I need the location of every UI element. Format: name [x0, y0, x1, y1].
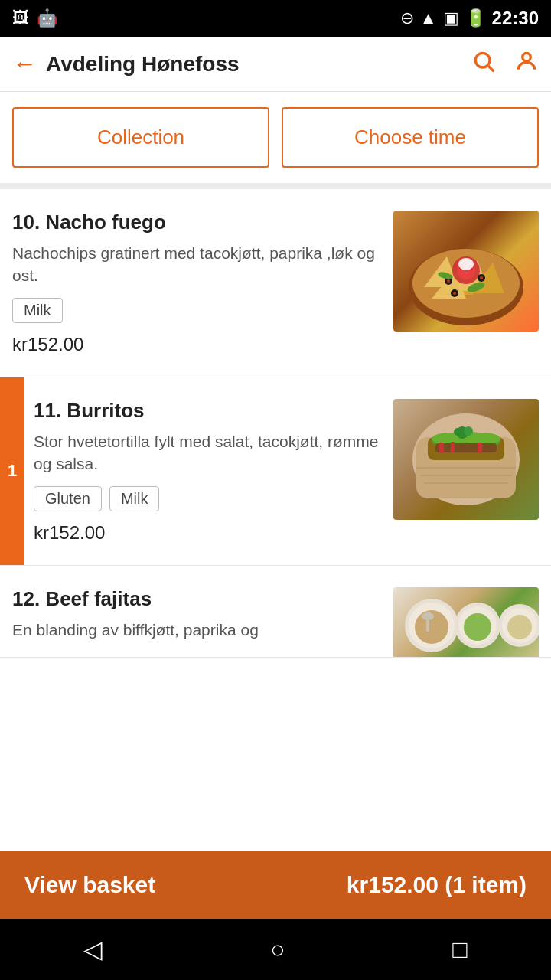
- menu-item-11-badge: 1: [0, 377, 24, 565]
- menu-item-11-title: 11. Burritos: [34, 399, 381, 423]
- menu-item-12-image: [393, 587, 539, 658]
- menu-item-12[interactable]: 12. Beef fajitas En blanding av biffkjøt…: [0, 566, 551, 658]
- svg-point-18: [480, 276, 483, 279]
- view-basket-bar[interactable]: View basket kr152.00 (1 item): [0, 851, 551, 919]
- nav-back-icon[interactable]: ◁: [83, 935, 103, 964]
- toggle-section: Collection Choose time: [0, 92, 551, 183]
- tag-milk-10: Milk: [12, 298, 63, 323]
- svg-rect-31: [451, 442, 455, 452]
- menu-item-11-content: 11. Burritos Stor hvetetortilla fylt med…: [34, 399, 393, 544]
- svg-line-1: [488, 66, 494, 71]
- nav-recent-icon[interactable]: □: [452, 936, 467, 964]
- menu-item-12-desc: En blanding av biffkjøtt, paprika og: [12, 619, 381, 641]
- page-title: Avdeling Hønefoss: [46, 52, 471, 77]
- view-basket-price: kr152.00 (1 item): [347, 872, 527, 898]
- menu-item-11-price: kr152.00: [34, 522, 381, 544]
- view-basket-label: View basket: [24, 872, 155, 898]
- svg-point-16: [447, 279, 450, 283]
- menu-item-10-image: [393, 211, 539, 332]
- svg-rect-30: [439, 443, 444, 453]
- header: ← Avdeling Hønefoss: [0, 37, 551, 92]
- section-divider: [0, 183, 551, 189]
- menu-item-11-desc: Stor hvetetortilla fylt med salat, tacok…: [34, 430, 381, 475]
- menu-item-11-tags: Gluten Milk: [34, 486, 381, 511]
- svg-point-0: [475, 53, 490, 67]
- search-icon[interactable]: [471, 49, 496, 80]
- user-icon[interactable]: [514, 49, 539, 80]
- svg-point-14: [458, 258, 474, 270]
- nav-bar: ◁ ○ □: [0, 919, 551, 980]
- header-actions: [471, 49, 539, 80]
- no-sim-icon: ▣: [443, 8, 459, 28]
- nav-home-icon[interactable]: ○: [270, 936, 285, 964]
- gallery-icon: 🖼: [12, 8, 29, 28]
- status-left-icons: 🖼 🤖: [12, 8, 57, 28]
- menu-item-11[interactable]: 1 11. Burritos Stor hvetetortilla fylt m…: [0, 377, 551, 566]
- menu-item-12-content: 12. Beef fajitas En blanding av biffkjøt…: [12, 587, 393, 652]
- wifi-icon: ▲: [420, 8, 437, 28]
- collection-button[interactable]: Collection: [12, 107, 269, 168]
- menu-item-10[interactable]: 10. Nacho fuego Nachochips gratinert med…: [0, 189, 551, 377]
- svg-point-20: [453, 292, 456, 295]
- svg-point-44: [464, 613, 491, 641]
- svg-point-35: [454, 428, 461, 436]
- tag-gluten-11: Gluten: [34, 486, 102, 511]
- choose-time-button[interactable]: Choose time: [282, 107, 539, 168]
- status-time: 22:30: [492, 8, 539, 29]
- menu-item-10-tags: Milk: [12, 298, 381, 323]
- back-button[interactable]: ←: [12, 50, 37, 78]
- svg-rect-29: [435, 443, 497, 452]
- menu-list: 10. Nacho fuego Nachochips gratinert med…: [0, 189, 551, 851]
- svg-point-2: [523, 53, 531, 61]
- svg-point-47: [507, 615, 532, 639]
- minus-circle-icon: ⊖: [400, 8, 414, 28]
- battery-icon: 🔋: [465, 8, 486, 28]
- menu-item-11-image: [393, 399, 539, 520]
- svg-rect-49: [426, 616, 429, 632]
- status-right-icons: ⊖ ▲ ▣ 🔋 22:30: [400, 8, 539, 29]
- tag-milk-11: Milk: [109, 486, 160, 511]
- status-bar: 🖼 🤖 ⊖ ▲ ▣ 🔋 22:30: [0, 0, 551, 37]
- android-icon: 🤖: [37, 8, 57, 28]
- menu-item-10-desc: Nachochips gratinert med tacokjøtt, papr…: [12, 242, 381, 287]
- menu-item-10-content: 10. Nacho fuego Nachochips gratinert med…: [12, 211, 393, 355]
- svg-point-34: [464, 426, 473, 436]
- svg-rect-32: [478, 443, 483, 453]
- menu-item-12-title: 12. Beef fajitas: [12, 587, 381, 611]
- menu-item-10-price: kr152.00: [12, 334, 381, 355]
- menu-item-10-title: 10. Nacho fuego: [12, 211, 381, 234]
